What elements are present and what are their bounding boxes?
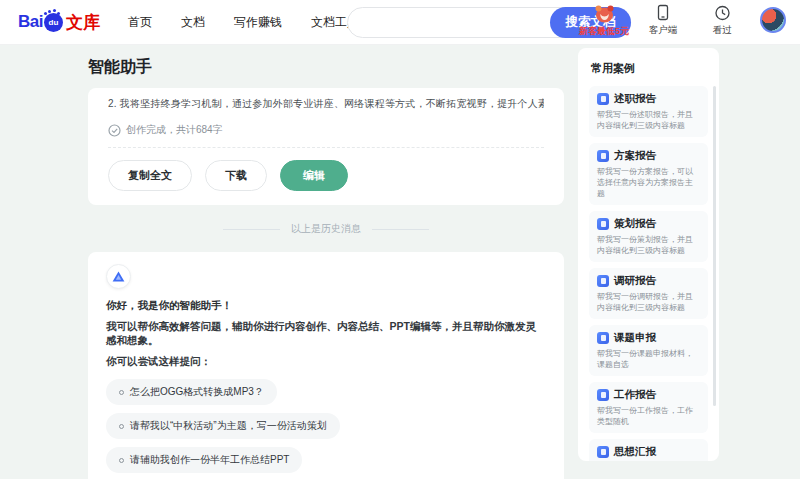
clock-icon [714, 4, 731, 22]
logo-bai-text: Bai [18, 12, 43, 32]
suggestion-chip-midautumn[interactable]: 请帮我以“中秋活动”为主题，写一份活动策划 [106, 413, 340, 439]
history-divider-text: 以上是历史消息 [291, 222, 361, 236]
download-button[interactable]: 下载 [205, 160, 267, 191]
case-item-keti[interactable]: 课题申报 帮我写一份课题申报材料，课题自选 [589, 325, 708, 376]
user-avatar[interactable] [760, 7, 786, 33]
case-item-cehua[interactable]: 策划报告 帮我写一份策划报告，并且内容细化到三级内容标题 [589, 211, 708, 262]
history-message-card: 2. 我将坚持终身学习机制，通过参加外部专业讲座、网络课程等方式，不断拓宽视野，… [88, 88, 564, 205]
bullet-circle-icon [119, 424, 124, 429]
common-cases-sidebar: 常用案例 述职报告 帮我写一份述职报告，并且内容细化到三级内容标题 方案报告 帮… [578, 48, 719, 461]
edit-button[interactable]: 编辑 [280, 160, 348, 191]
suggestion-text: 请帮我以“中秋活动”为主题，写一份活动策划 [130, 419, 327, 433]
case-item-shuzhi[interactable]: 述职报告 帮我写一份述职报告，并且内容细化到三级内容标题 [589, 86, 708, 137]
baidu-paw-icon: du [44, 13, 63, 32]
sidebar-title: 常用案例 [591, 61, 711, 76]
case-desc: 帮我写一份策划报告，并且内容细化到三级内容标题 [597, 234, 700, 256]
client-label: 客户端 [649, 24, 678, 37]
suggestion-list: 怎么把OGG格式转换成MP3？ 请帮我以“中秋活动”为主题，写一份活动策划 请辅… [106, 379, 546, 473]
history-partial-text: 2. 我将坚持终身学习机制，通过参加外部专业讲座、网络课程等方式，不断拓宽视野，… [108, 97, 544, 111]
promo-label: 新客最低5元 [579, 25, 629, 38]
report-doc-icon [597, 218, 609, 230]
case-item-sixiang[interactable]: 思想汇报 帮我写一份思想汇报 [589, 439, 708, 461]
report-doc-icon [597, 332, 609, 344]
case-item-gongzuo[interactable]: 工作报告 帮我写一份工作报告，工作类型随机 [589, 382, 708, 433]
promo-mascot-icon [594, 4, 615, 23]
bullet-circle-icon [119, 458, 124, 463]
case-title: 方案报告 [614, 149, 656, 163]
history-divider: 以上是历史消息 [88, 222, 564, 236]
greeting-card: 你好，我是你的智能助手！ 我可以帮你高效解答问题，辅助你进行内容创作、内容总结、… [88, 252, 564, 479]
case-desc: 帮我写一份调研报告，并且内容细化到三级内容标题 [597, 291, 700, 313]
baidu-wenku-logo[interactable]: Bai du 文库 [18, 11, 100, 34]
greeting-title: 你好，我是你的智能助手！ [106, 299, 546, 313]
creation-status: 创作完成，共计684字 [108, 123, 544, 137]
logo-du-text: du [49, 18, 59, 27]
page-title: 智能助手 [88, 57, 564, 78]
viewed-label: 看过 [713, 24, 732, 37]
nav-item-home[interactable]: 首页 [128, 14, 152, 31]
greeting-description: 我可以帮你高效解答问题，辅助你进行内容创作、内容总结、PPT编辑等，并且帮助你激… [106, 320, 546, 348]
phone-icon [655, 4, 671, 22]
case-desc: 帮我写一份述职报告，并且内容细化到三级内容标题 [597, 109, 700, 131]
nav-item-write-earn[interactable]: 写作赚钱 [234, 14, 282, 31]
top-navbar: Bai du 文库 首页 文档 写作赚钱 文档工具 更多 搜索文档 新客最低5元 [0, 0, 800, 45]
assistant-panel: 智能助手 2. 我将坚持终身学习机制，通过参加外部专业讲座、网络课程等方式，不断… [88, 45, 564, 479]
sidebar-scrollbar[interactable] [713, 86, 716, 406]
bullet-circle-icon [119, 390, 124, 395]
creation-status-text: 创作完成，共计684字 [126, 123, 223, 137]
client-entry[interactable]: 客户端 [642, 4, 684, 37]
report-doc-icon [597, 150, 609, 162]
logo-wenku-text: 文库 [66, 11, 100, 34]
suggestion-chip-ogg-mp3[interactable]: 怎么把OGG格式转换成MP3？ [106, 379, 277, 405]
divider-line-right [372, 229, 429, 230]
greeting-hint: 你可以尝试这样提问： [106, 355, 546, 369]
divider-line-left [223, 229, 280, 230]
viewed-entry[interactable]: 看过 [701, 4, 743, 37]
case-title: 工作报告 [614, 388, 656, 402]
suggestion-chip-ppt[interactable]: 请辅助我创作一份半年工作总结PPT [106, 447, 302, 473]
case-title: 调研报告 [614, 274, 656, 288]
report-doc-icon [597, 93, 609, 105]
dashed-divider [108, 147, 544, 148]
promo-entry[interactable]: 新客最低5元 [583, 4, 625, 38]
case-title: 述职报告 [614, 92, 656, 106]
case-item-diaoyan[interactable]: 调研报告 帮我写一份调研报告，并且内容细化到三级内容标题 [589, 268, 708, 319]
case-title: 课题申报 [614, 331, 656, 345]
copy-full-text-button[interactable]: 复制全文 [108, 160, 192, 191]
case-title: 思想汇报 [614, 445, 656, 459]
case-item-fangan[interactable]: 方案报告 帮我写一份方案报告，可以选择任意内容为方案报告主题 [589, 143, 708, 205]
case-desc: 帮我写一份工作报告，工作类型随机 [597, 405, 700, 427]
check-circle-icon [108, 124, 121, 137]
case-desc: 帮我写一份方案报告，可以选择任意内容为方案报告主题 [597, 166, 700, 199]
history-actions: 复制全文 下载 编辑 [108, 160, 544, 191]
suggestion-text: 怎么把OGG格式转换成MP3？ [130, 385, 264, 399]
nav-item-docs[interactable]: 文档 [181, 14, 205, 31]
report-doc-icon [597, 446, 609, 458]
assistant-avatar-icon [106, 264, 131, 289]
suggestion-text: 请辅助我创作一份半年工作总结PPT [130, 453, 289, 467]
case-desc: 帮我写一份课题申报材料，课题自选 [597, 348, 700, 370]
report-doc-icon [597, 275, 609, 287]
header-right-group: 新客最低5元 客户端 看过 [583, 4, 786, 38]
case-title: 策划报告 [614, 217, 656, 231]
report-doc-icon [597, 389, 609, 401]
